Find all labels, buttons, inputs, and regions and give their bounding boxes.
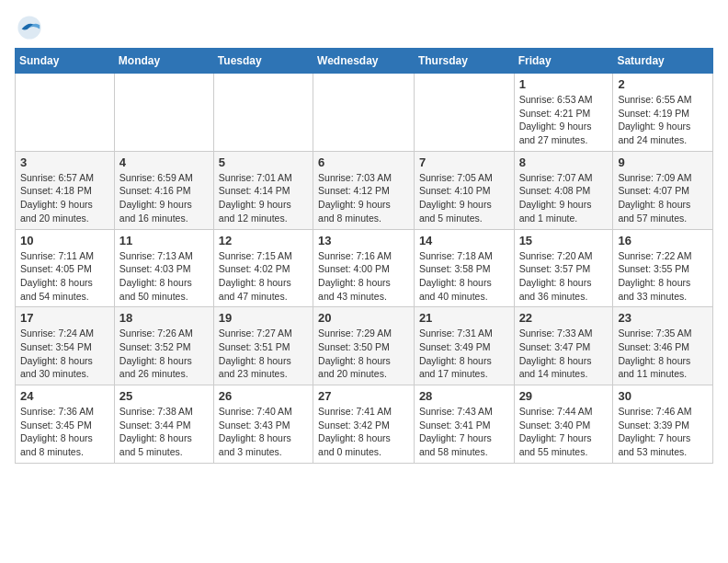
calendar-week-4: 17Sunrise: 7:24 AM Sunset: 3:54 PM Dayli… [16, 307, 713, 385]
day-number: 22 [519, 311, 609, 325]
day-number: 13 [318, 234, 409, 247]
calendar-cell: 23Sunrise: 7:35 AM Sunset: 3:46 PM Dayli… [613, 307, 713, 385]
day-info: Sunrise: 7:01 AM Sunset: 4:14 PM Dayligh… [219, 171, 308, 225]
day-info: Sunrise: 7:13 AM Sunset: 4:03 PM Dayligh… [119, 249, 209, 304]
day-info: Sunrise: 7:15 AM Sunset: 4:02 PM Dayligh… [219, 249, 308, 304]
day-info: Sunrise: 6:53 AM Sunset: 4:21 PM Dayligh… [519, 93, 609, 147]
calendar-table: SundayMondayTuesdayWednesdayThursdayFrid… [15, 48, 713, 464]
calendar-cell [313, 74, 415, 152]
calendar-cell: 9Sunrise: 7:09 AM Sunset: 4:07 PM Daylig… [613, 151, 713, 229]
day-number: 10 [20, 234, 109, 247]
day-number: 15 [519, 234, 609, 247]
calendar-cell: 17Sunrise: 7:24 AM Sunset: 3:54 PM Dayli… [16, 307, 115, 385]
calendar-cell: 2Sunrise: 6:55 AM Sunset: 4:19 PM Daylig… [613, 74, 713, 152]
calendar-cell [213, 74, 313, 152]
day-number: 4 [119, 155, 209, 169]
day-info: Sunrise: 7:26 AM Sunset: 3:52 PM Dayligh… [119, 327, 209, 381]
day-number: 2 [618, 77, 708, 91]
calendar-body: 1Sunrise: 6:53 AM Sunset: 4:21 PM Daylig… [16, 74, 713, 464]
day-info: Sunrise: 7:41 AM Sunset: 3:42 PM Dayligh… [318, 405, 409, 459]
day-info: Sunrise: 7:18 AM Sunset: 3:58 PM Dayligh… [419, 249, 509, 304]
day-number: 1 [519, 77, 609, 91]
calendar-cell: 7Sunrise: 7:05 AM Sunset: 4:10 PM Daylig… [414, 151, 514, 229]
calendar-cell: 10Sunrise: 7:11 AM Sunset: 4:05 PM Dayli… [16, 229, 115, 307]
day-number: 28 [419, 389, 509, 403]
day-info: Sunrise: 7:36 AM Sunset: 3:45 PM Dayligh… [20, 405, 109, 459]
calendar-cell: 5Sunrise: 7:01 AM Sunset: 4:14 PM Daylig… [213, 151, 313, 229]
day-info: Sunrise: 7:07 AM Sunset: 4:08 PM Dayligh… [519, 171, 609, 225]
calendar-header-monday: Monday [114, 49, 213, 74]
calendar-cell: 29Sunrise: 7:44 AM Sunset: 3:40 PM Dayli… [514, 385, 613, 464]
calendar-header-friday: Friday [514, 49, 613, 74]
calendar-cell: 3Sunrise: 6:57 AM Sunset: 4:18 PM Daylig… [16, 151, 115, 229]
day-number: 20 [318, 311, 409, 325]
day-number: 18 [119, 311, 209, 325]
day-info: Sunrise: 7:16 AM Sunset: 4:00 PM Dayligh… [318, 249, 409, 304]
day-number: 6 [318, 155, 409, 169]
day-info: Sunrise: 7:46 AM Sunset: 3:39 PM Dayligh… [618, 405, 708, 459]
calendar-cell: 21Sunrise: 7:31 AM Sunset: 3:49 PM Dayli… [414, 307, 514, 385]
calendar-cell: 18Sunrise: 7:26 AM Sunset: 3:52 PM Dayli… [114, 307, 213, 385]
calendar-cell: 28Sunrise: 7:43 AM Sunset: 3:41 PM Dayli… [414, 385, 514, 464]
day-number: 29 [519, 389, 609, 403]
day-info: Sunrise: 7:27 AM Sunset: 3:51 PM Dayligh… [219, 327, 308, 381]
calendar-cell: 15Sunrise: 7:20 AM Sunset: 3:57 PM Dayli… [514, 229, 613, 307]
calendar-header-sunday: Sunday [16, 49, 115, 74]
day-number: 21 [419, 311, 509, 325]
calendar-cell: 20Sunrise: 7:29 AM Sunset: 3:50 PM Dayli… [313, 307, 415, 385]
calendar-week-2: 3Sunrise: 6:57 AM Sunset: 4:18 PM Daylig… [16, 151, 713, 229]
day-number: 23 [618, 311, 708, 325]
day-info: Sunrise: 7:40 AM Sunset: 3:43 PM Dayligh… [219, 405, 308, 459]
day-number: 19 [219, 311, 308, 325]
calendar-header-saturday: Saturday [613, 49, 713, 74]
day-number: 9 [618, 155, 708, 169]
calendar-cell: 14Sunrise: 7:18 AM Sunset: 3:58 PM Dayli… [414, 229, 514, 307]
calendar-cell: 1Sunrise: 6:53 AM Sunset: 4:21 PM Daylig… [514, 74, 613, 152]
calendar-cell [114, 74, 213, 152]
calendar-cell: 8Sunrise: 7:07 AM Sunset: 4:08 PM Daylig… [514, 151, 613, 229]
day-number: 3 [20, 155, 109, 169]
calendar-cell: 30Sunrise: 7:46 AM Sunset: 3:39 PM Dayli… [613, 385, 713, 464]
calendar-cell: 16Sunrise: 7:22 AM Sunset: 3:55 PM Dayli… [613, 229, 713, 307]
calendar-cell: 4Sunrise: 6:59 AM Sunset: 4:16 PM Daylig… [114, 151, 213, 229]
calendar-cell: 11Sunrise: 7:13 AM Sunset: 4:03 PM Dayli… [114, 229, 213, 307]
page-header [15, 15, 713, 40]
calendar-cell: 25Sunrise: 7:38 AM Sunset: 3:44 PM Dayli… [114, 385, 213, 464]
day-info: Sunrise: 7:29 AM Sunset: 3:50 PM Dayligh… [318, 327, 409, 381]
calendar-cell: 27Sunrise: 7:41 AM Sunset: 3:42 PM Dayli… [313, 385, 415, 464]
calendar-week-5: 24Sunrise: 7:36 AM Sunset: 3:45 PM Dayli… [16, 385, 713, 464]
day-info: Sunrise: 7:05 AM Sunset: 4:10 PM Dayligh… [419, 171, 509, 225]
day-info: Sunrise: 7:22 AM Sunset: 3:55 PM Dayligh… [618, 249, 708, 304]
calendar-header-wednesday: Wednesday [313, 49, 415, 74]
calendar-cell [414, 74, 514, 152]
calendar-header-tuesday: Tuesday [213, 49, 313, 74]
day-info: Sunrise: 7:09 AM Sunset: 4:07 PM Dayligh… [618, 171, 708, 225]
day-info: Sunrise: 7:31 AM Sunset: 3:49 PM Dayligh… [419, 327, 509, 381]
calendar-cell: 24Sunrise: 7:36 AM Sunset: 3:45 PM Dayli… [16, 385, 115, 464]
day-number: 11 [119, 234, 209, 247]
day-number: 27 [318, 389, 409, 403]
calendar-cell: 26Sunrise: 7:40 AM Sunset: 3:43 PM Dayli… [213, 385, 313, 464]
day-info: Sunrise: 6:57 AM Sunset: 4:18 PM Dayligh… [20, 171, 109, 225]
calendar-header-thursday: Thursday [414, 49, 514, 74]
day-info: Sunrise: 7:03 AM Sunset: 4:12 PM Dayligh… [318, 171, 409, 225]
calendar-header-row: SundayMondayTuesdayWednesdayThursdayFrid… [16, 49, 713, 74]
day-number: 7 [419, 155, 509, 169]
calendar-week-3: 10Sunrise: 7:11 AM Sunset: 4:05 PM Dayli… [16, 229, 713, 307]
calendar-week-1: 1Sunrise: 6:53 AM Sunset: 4:21 PM Daylig… [16, 74, 713, 152]
day-info: Sunrise: 6:55 AM Sunset: 4:19 PM Dayligh… [618, 93, 708, 147]
calendar-cell: 6Sunrise: 7:03 AM Sunset: 4:12 PM Daylig… [313, 151, 415, 229]
day-info: Sunrise: 7:44 AM Sunset: 3:40 PM Dayligh… [519, 405, 609, 459]
calendar-cell: 12Sunrise: 7:15 AM Sunset: 4:02 PM Dayli… [213, 229, 313, 307]
day-info: Sunrise: 7:24 AM Sunset: 3:54 PM Dayligh… [20, 327, 109, 381]
calendar-cell: 19Sunrise: 7:27 AM Sunset: 3:51 PM Dayli… [213, 307, 313, 385]
day-number: 8 [519, 155, 609, 169]
day-number: 30 [618, 389, 708, 403]
day-info: Sunrise: 7:38 AM Sunset: 3:44 PM Dayligh… [119, 405, 209, 459]
day-info: Sunrise: 7:11 AM Sunset: 4:05 PM Dayligh… [20, 249, 109, 304]
day-info: Sunrise: 7:20 AM Sunset: 3:57 PM Dayligh… [519, 249, 609, 304]
day-number: 24 [20, 389, 109, 403]
logo [15, 15, 42, 40]
day-info: Sunrise: 7:43 AM Sunset: 3:41 PM Dayligh… [419, 405, 509, 459]
day-info: Sunrise: 7:35 AM Sunset: 3:46 PM Dayligh… [618, 327, 708, 381]
